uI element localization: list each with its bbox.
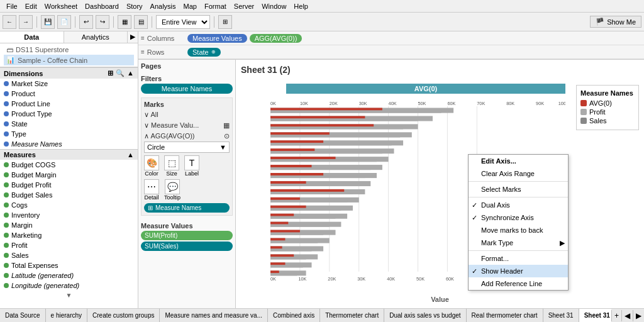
menu-item-worksheet[interactable]: Worksheet (41, 2, 81, 11)
menu-item-map[interactable]: Map (180, 2, 201, 11)
cm-mark-type[interactable]: Mark Type (469, 236, 568, 249)
svg-rect-29 (270, 143, 391, 145)
measure-profit[interactable]: Profit (0, 240, 138, 250)
field-dot-green (4, 223, 9, 228)
menu-item-edit[interactable]: Edit (21, 2, 41, 11)
svg-text:0K: 0K (270, 276, 276, 282)
cm-move-marks[interactable]: Move marks to back (469, 224, 568, 236)
search-icon[interactable]: 🔍 (116, 69, 125, 77)
btab-e-hierarchy[interactable]: e hierarchy (46, 309, 87, 323)
cm-clear-axis[interactable]: Clear Axis Range (469, 167, 568, 180)
field-dot-green (4, 182, 9, 187)
menu-item-story[interactable]: Story (123, 2, 147, 11)
measure-budget-profit[interactable]: Budget Profit (0, 180, 138, 190)
present-btn[interactable]: ⊞ (218, 15, 232, 29)
cm-add-ref-line[interactable]: Add Reference Line (469, 277, 568, 290)
measure-budget-margin[interactable]: Budget Margin (0, 170, 138, 180)
forward-btn[interactable]: → (19, 15, 33, 29)
btab-data-source[interactable]: Data Source (0, 309, 46, 323)
measure-budget-sales[interactable]: Budget Sales (0, 190, 138, 200)
menu-item-format[interactable]: Format (201, 2, 230, 11)
marks-measure-names[interactable]: ⊞ Measure Names (144, 203, 230, 213)
measure-inventory[interactable]: Inventory (0, 210, 138, 220)
dim-product[interactable]: Product (0, 89, 138, 99)
color-btn[interactable]: 🎨 Color (144, 155, 159, 177)
btab-real-thermometer-cha[interactable]: Real thermometer chart (467, 309, 543, 323)
tab-scroll-left[interactable]: ◀ (621, 310, 633, 321)
datasource-ds11[interactable]: 🗃 DS11 Superstore (4, 45, 134, 55)
marks-agg: ∧ AGG(AVG(O)) ⊙ (144, 131, 230, 142)
dim-measure-names[interactable]: Measure Names (0, 139, 138, 149)
dim-state[interactable]: State (0, 119, 138, 129)
btab-sheet-31[interactable]: Sheet 31 (543, 309, 579, 323)
grid-icon[interactable]: ⊞ (108, 69, 113, 77)
sum-sales-pill[interactable]: SUM(Sales) (141, 242, 233, 251)
measure-margin[interactable]: Margin (0, 220, 138, 230)
dim-market-size[interactable]: Market Size (0, 79, 138, 89)
measure-longitude-(generated)[interactable]: Longitude (generated) (0, 280, 138, 291)
measure-values-pill[interactable]: Measure Values (187, 34, 247, 43)
new-sheet-icon[interactable]: + (611, 310, 621, 321)
undo-btn[interactable]: ↩ (79, 15, 93, 29)
menu-item-analysis[interactable]: Analysis (147, 2, 180, 11)
bottom-tabs: Data Sourcee hierarchyCreate custom grou… (0, 308, 644, 322)
chart2-btn[interactable]: ▤ (134, 15, 148, 29)
svg-rect-62 (270, 233, 323, 235)
cm-show-header[interactable]: Show Header (469, 265, 568, 277)
redo-btn[interactable]: ↪ (96, 15, 109, 29)
sum-profit-pill[interactable]: SUM(Profit) (141, 231, 233, 240)
menu-item-file[interactable]: File (3, 2, 21, 11)
chevron-down-icon3: ▼ (219, 143, 226, 151)
btab-sheet-31-(2)[interactable]: Sheet 31 (2) (579, 309, 611, 323)
cm-format[interactable]: Format... (469, 252, 568, 265)
new-btn[interactable]: 📄 (57, 15, 71, 29)
measure-total-expenses[interactable]: Total Expenses (0, 260, 138, 270)
tab-analytics[interactable]: Analytics (64, 31, 128, 43)
menu-item-window[interactable]: Window (258, 2, 290, 11)
measure-budget-cogs[interactable]: Budget COGS (0, 160, 138, 170)
tab-data[interactable]: Data (0, 31, 64, 43)
dim-product-type[interactable]: Product Type (0, 109, 138, 119)
menu-item-dashboard[interactable]: Dashboard (81, 2, 123, 11)
measure-names-filter[interactable]: Measure Names (141, 84, 233, 94)
detail-btn[interactable]: ⋯ Detail (144, 179, 159, 201)
chevron-up-icon[interactable]: ▲ (127, 69, 134, 77)
measure-latitude-(generated)[interactable]: Latitude (generated) (0, 270, 138, 280)
dim-type[interactable]: Type (0, 129, 138, 139)
marks-type-dropdown[interactable]: Circle ▼ (144, 142, 230, 153)
measure-marketing[interactable]: Marketing (0, 230, 138, 240)
measure-sales[interactable]: Sales (0, 250, 138, 260)
cm-select-marks[interactable]: Select Marks (469, 183, 568, 196)
cm-edit-axis[interactable]: Edit Axis... (469, 155, 568, 167)
btab-thermometer-chart[interactable]: Thermometer chart (320, 309, 384, 323)
measures-chevron-up[interactable]: ▲ (127, 151, 134, 158)
cm-dual-axis[interactable]: Dual Axis (469, 199, 568, 211)
btab-measure-names-and-me[interactable]: Measure names and measure va... (160, 309, 268, 323)
btab-combined-axis[interactable]: Combined axis (268, 309, 320, 323)
btab-dual-axis-sales-vs-b[interactable]: Dual axis sales vs budget (384, 309, 466, 323)
bar-chart-btn[interactable]: ▦ (118, 15, 131, 29)
datasource-coffee[interactable]: 📊 Sample - Coffee Chain (4, 55, 134, 65)
cm-sync-axis[interactable]: Synchronize Axis (469, 211, 568, 224)
menu-item-help[interactable]: Help (290, 2, 312, 11)
tooltip-btn[interactable]: 💬 Tooltip (164, 179, 180, 201)
filters-section: Filters Measure Names (141, 75, 233, 94)
back-btn[interactable]: ← (3, 15, 16, 29)
measure-cogs[interactable]: Cogs (0, 200, 138, 210)
state-pill[interactable]: State ⊕ (187, 48, 221, 57)
btab-create-custom-groups[interactable]: Create custom groups (87, 309, 160, 323)
dim-product-line[interactable]: Product Line (0, 99, 138, 109)
legend-avg0: AVG(0) (580, 99, 635, 107)
save-btn[interactable]: 💾 (41, 15, 55, 29)
label-btn[interactable]: T Label (184, 155, 199, 177)
scroll-down[interactable]: ▼ (0, 291, 138, 300)
measures-header: Measures ▲ (0, 149, 138, 160)
show-me-button[interactable]: 🏴 Show Me (590, 16, 641, 28)
view-select[interactable]: Entire View (156, 15, 210, 29)
size-btn[interactable]: ⬚ Size (164, 155, 179, 177)
svg-rect-19 (270, 116, 365, 118)
tab-scroll-right[interactable]: ▶ (633, 310, 644, 321)
agg-avg-pill[interactable]: AGG(AVG(0)) (250, 34, 303, 43)
panel-arrow[interactable]: ▶ (128, 31, 138, 43)
menu-item-server[interactable]: Server (230, 2, 258, 11)
